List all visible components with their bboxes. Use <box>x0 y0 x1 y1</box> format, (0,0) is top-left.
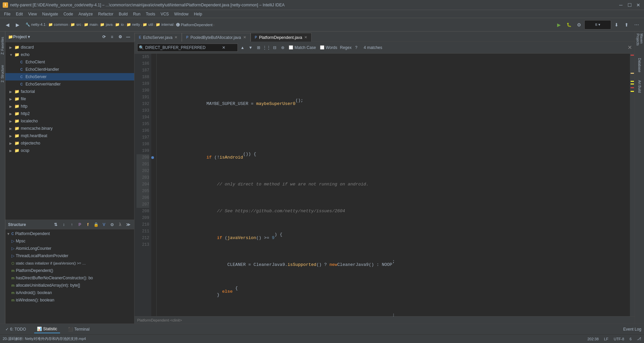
structure-sort-icon[interactable]: ⇅ <box>52 221 59 228</box>
structure-lambda-icon[interactable]: λ <box>117 221 123 228</box>
favorites-panel-button[interactable]: Z: Favorites <box>0 32 5 59</box>
structure-panel-button[interactable]: 2: Structure <box>0 60 5 87</box>
search-prev-button[interactable]: ▲ <box>239 44 246 51</box>
bottom-tab-terminal[interactable]: ⬛ Terminal <box>65 326 92 333</box>
match-case-checkbox[interactable] <box>289 45 293 50</box>
tree-item-discard[interactable]: ▶ 📁 discard <box>5 44 134 51</box>
structure-V-icon[interactable]: V <box>101 221 107 228</box>
bc-netty[interactable]: 📁 netty <box>126 22 140 27</box>
search-clear-icon[interactable]: ✕ <box>220 44 227 51</box>
structure-root[interactable]: ▼ C PlatformDependent <box>5 230 134 237</box>
bc-io[interactable]: 📁 io <box>115 22 124 27</box>
tab-pooled-allocator[interactable]: P PooledByteBufAllocator.java ✕ <box>182 33 250 42</box>
menu-run[interactable]: Run <box>130 10 143 18</box>
database-button[interactable]: Database <box>636 55 644 75</box>
search-find-all-button[interactable]: ⊞ <box>255 44 262 51</box>
bc-main[interactable]: 📁 main <box>84 22 98 27</box>
art-build-button[interactable]: Art Build <box>636 76 644 97</box>
tree-item-http[interactable]: ▶ 📁 http <box>5 103 134 110</box>
structure-is-windows[interactable]: m isWindows(): boolean <box>5 296 134 304</box>
toolbar-debug-button[interactable]: 🐛 <box>564 20 574 30</box>
menu-file[interactable]: File <box>1 10 13 18</box>
scroll-gutter[interactable] <box>630 54 635 316</box>
structure-up-icon[interactable]: ↑ <box>68 221 75 228</box>
menu-navigate[interactable]: Navigate <box>40 10 61 18</box>
toolbar-more[interactable]: ⋯ <box>632 20 641 30</box>
words-option[interactable]: Words <box>319 45 338 50</box>
menu-view[interactable]: View <box>25 10 40 18</box>
toolbar-run-button[interactable]: ▶ <box>554 20 564 30</box>
bc-common[interactable]: 📁 common <box>48 22 68 27</box>
search-next-button[interactable]: ▼ <box>247 44 254 51</box>
tree-item-objectecho[interactable]: ▶ 📁 objectecho <box>5 139 134 147</box>
structure-thread-local[interactable]: ▷ ThreadLocalRandomProvider <box>5 252 134 260</box>
toolbar-git-update[interactable]: ⬇ <box>612 20 621 30</box>
project-close-icon[interactable]: — <box>125 34 131 40</box>
search-help-icon[interactable]: ? <box>353 44 360 51</box>
bottom-tab-statistic[interactable]: 📊 Statistic <box>34 325 60 333</box>
bc-src[interactable]: 📁 src <box>70 22 81 27</box>
match-case-option[interactable]: Match Case <box>287 45 317 50</box>
structure-f-icon[interactable]: f <box>85 221 91 228</box>
structure-circle-icon[interactable]: ⊙ <box>109 221 115 228</box>
words-checkbox[interactable] <box>320 45 324 50</box>
structure-P-icon[interactable]: P <box>76 221 83 228</box>
tree-item-echo-client[interactable]: C EchoClient <box>5 58 134 66</box>
bottom-tab-todo[interactable]: ✓ 6: TODO <box>3 326 29 333</box>
event-log-button[interactable]: Event Log <box>623 327 641 332</box>
toolbar-git-push[interactable]: ⬆ <box>622 20 631 30</box>
tree-item-file[interactable]: ▶ 📁 file <box>5 95 134 103</box>
code-editor[interactable]: 185 186 187 188 189 190 191 192 193 194 … <box>135 54 635 316</box>
structure-atomic-long[interactable]: ▷ AtomicLongCounter <box>5 245 134 252</box>
search-close-button[interactable]: ✕ <box>628 44 632 51</box>
structure-constructor[interactable]: m PlatformDependent() <box>5 267 134 274</box>
menu-refactor[interactable]: Refactor <box>96 10 116 18</box>
tree-item-echo-client-handler[interactable]: C EchoClientHandler <box>5 66 134 73</box>
toolbar-search-everywhere[interactable]: tt ▾ <box>584 20 611 30</box>
structure-allocate[interactable]: m allocateUninitializedArray(int): byte[… <box>5 282 134 289</box>
bc-netty4[interactable]: 🔧 netty-4.1 <box>25 22 46 27</box>
bc-java[interactable]: 📁 java <box>100 22 112 27</box>
tab-echo-server-close[interactable]: ✕ <box>174 35 177 40</box>
structure-more-icon[interactable]: ≫ <box>125 221 131 228</box>
search-options-button[interactable]: ⊟ <box>271 44 278 51</box>
bc-platform-dependent[interactable]: 🅒 PlatformDependent <box>176 23 213 27</box>
close-button[interactable]: ✕ <box>635 2 641 8</box>
code-area[interactable]: MAYBE_SUPER_USER = maybeSuperUser0(); if… <box>157 54 630 316</box>
tree-item-echo[interactable]: ▼ 📁 echo <box>5 51 134 58</box>
toolbar-forward-button[interactable]: ▶ <box>13 20 22 30</box>
tree-item-http2[interactable]: ▶ 📁 http2 <box>5 110 134 117</box>
toolbar-back-button[interactable]: ◀ <box>3 20 12 30</box>
search-filter-button[interactable]: ⋮⋮ <box>263 44 270 51</box>
maximize-button[interactable]: ☐ <box>627 2 633 8</box>
project-collapse-icon[interactable]: ≡ <box>109 34 115 40</box>
menu-edit[interactable]: Edit <box>13 10 25 18</box>
tree-item-echo-server-handler[interactable]: C EchoServerHandler <box>5 80 134 88</box>
tab-echo-server[interactable]: E EchoServer.java ✕ <box>135 33 182 42</box>
tree-item-memcache[interactable]: ▶ 📁 memcache.binary <box>5 125 134 132</box>
tree-item-factorial[interactable]: ▶ 📁 factorial <box>5 88 134 95</box>
structure-static-initializer[interactable]: ⬡ static class initializer if (javaVersi… <box>5 260 134 267</box>
status-position[interactable]: 202:38 <box>587 337 599 341</box>
bc-internal[interactable]: 📁 internal <box>156 22 173 27</box>
menu-tools[interactable]: Tools <box>143 10 158 18</box>
tree-item-echo-server[interactable]: C EchoServer <box>5 73 134 80</box>
maven-projects-button[interactable]: Maven Projects <box>636 34 644 54</box>
tab-pd-close[interactable]: ✕ <box>304 35 307 40</box>
tree-item-ocsp[interactable]: ▶ 📁 ocsp <box>5 147 134 154</box>
minimize-button[interactable]: ─ <box>618 2 624 8</box>
search-input[interactable] <box>145 45 219 50</box>
menu-code[interactable]: Code <box>61 10 76 18</box>
tab-platform-dependent[interactable]: P PlatformDependent.java ✕ <box>251 33 312 42</box>
status-encoding[interactable]: UTF-8 <box>614 337 624 341</box>
structure-mpsc[interactable]: ▷ Mpsc <box>5 237 134 245</box>
search-filter-icon2[interactable]: ⊛ <box>279 44 286 51</box>
project-settings-icon[interactable]: ⚙ <box>117 34 123 40</box>
bc-util[interactable]: 📁 util <box>143 22 153 27</box>
menu-vcs[interactable]: VCS <box>158 10 172 18</box>
project-sync-icon[interactable]: ⟳ <box>101 34 107 40</box>
structure-sort2-icon[interactable]: ↕ <box>60 221 67 228</box>
menu-analyze[interactable]: Analyze <box>76 10 96 18</box>
menu-build[interactable]: Build <box>116 10 130 18</box>
status-lf[interactable]: LF <box>604 337 608 341</box>
